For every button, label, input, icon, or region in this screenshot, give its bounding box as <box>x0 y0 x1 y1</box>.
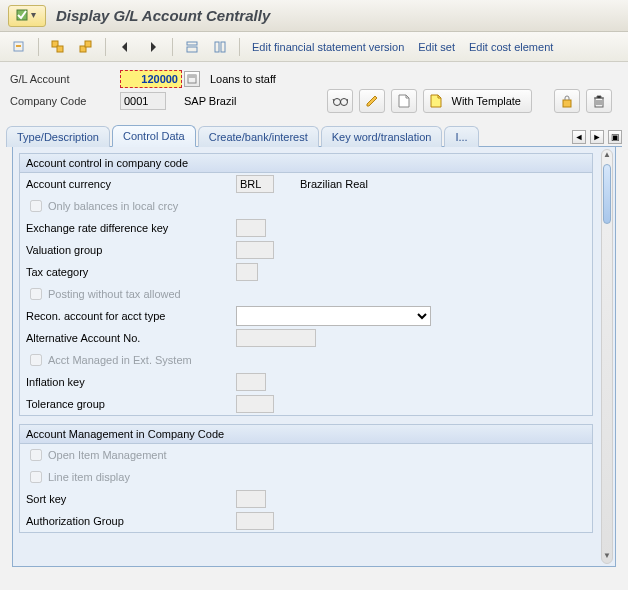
exch-rate-input[interactable] <box>236 219 266 237</box>
only-balances-label: Only balances in local crcy <box>48 200 178 212</box>
gl-account-input[interactable] <box>120 70 182 88</box>
header: G/L Account Loans to staff Company Code … <box>0 62 628 116</box>
gl-account-label: G/L Account <box>10 73 120 85</box>
tab-key-word-translation[interactable]: Key word/translation <box>321 126 443 147</box>
svg-point-13 <box>340 99 347 106</box>
edit-fsv-button[interactable]: Edit financial statement version <box>248 39 408 55</box>
group-title: Account Management in Company Code <box>20 425 592 444</box>
svg-rect-6 <box>187 42 197 45</box>
currency-input[interactable] <box>236 175 274 193</box>
line-item-checkbox <box>30 471 42 483</box>
tab-create-bank-interest[interactable]: Create/bank/interest <box>198 126 319 147</box>
tab-control-data[interactable]: Control Data <box>112 125 196 147</box>
sort-key-input[interactable] <box>236 490 266 508</box>
svg-rect-7 <box>187 47 197 52</box>
tab-scroll-left[interactable]: ◄ <box>572 130 586 144</box>
with-template-button[interactable]: With Template <box>423 89 533 113</box>
company-code-input[interactable] <box>120 92 166 110</box>
scroll-down-icon[interactable]: ▼ <box>602 551 612 563</box>
menu-button[interactable] <box>8 5 46 27</box>
tree-collapse-icon[interactable] <box>47 37 69 57</box>
with-template-label: With Template <box>452 95 522 107</box>
alt-acct-input[interactable] <box>236 329 316 347</box>
svg-rect-11 <box>188 75 196 78</box>
company-code-label: Company Code <box>10 95 120 107</box>
tree-expand-icon[interactable] <box>75 37 97 57</box>
create-button[interactable] <box>391 89 417 113</box>
scrollbar[interactable]: ▲ ▼ <box>601 149 613 564</box>
choose-icon[interactable] <box>8 37 30 57</box>
lock-icon <box>561 94 573 108</box>
posting-wo-tax-label: Posting without tax allowed <box>48 288 181 300</box>
valuation-label: Valuation group <box>26 244 236 256</box>
menu-icon <box>16 9 38 23</box>
pencil-icon <box>365 94 379 108</box>
svg-rect-8 <box>215 42 219 52</box>
gl-account-search-help[interactable] <box>184 71 200 87</box>
recon-select[interactable] <box>236 306 431 326</box>
ext-system-checkbox <box>30 354 42 366</box>
edit-cost-element-button[interactable]: Edit cost element <box>465 39 557 55</box>
inflation-input[interactable] <box>236 373 266 391</box>
only-balances-checkbox <box>30 200 42 212</box>
inflation-label: Inflation key <box>26 376 236 388</box>
line-item-label: Line item display <box>48 471 130 483</box>
page-title: Display G/L Account Centrally <box>56 7 270 24</box>
search-help-icon <box>187 74 197 84</box>
posting-wo-tax-checkbox <box>30 288 42 300</box>
currency-label: Account currency <box>26 178 236 190</box>
svg-rect-5 <box>85 41 91 47</box>
tab-more[interactable]: I... <box>444 126 478 147</box>
svg-rect-9 <box>221 42 225 52</box>
change-button[interactable] <box>359 89 385 113</box>
tabstrip: Type/Description Control Data Create/ban… <box>6 124 622 147</box>
exch-rate-label: Exchange rate difference key <box>26 222 236 234</box>
lock-button[interactable] <box>554 89 580 113</box>
edit-set-button[interactable]: Edit set <box>414 39 459 55</box>
recon-label: Recon. account for acct type <box>26 310 236 322</box>
tolerance-label: Tolerance group <box>26 398 236 410</box>
tax-cat-label: Tax category <box>26 266 236 278</box>
glasses-icon <box>332 94 348 108</box>
template-icon <box>430 94 444 108</box>
auth-group-label: Authorization Group <box>26 515 236 527</box>
delete-button[interactable] <box>586 89 612 113</box>
tab-list-button[interactable]: ▣ <box>608 130 622 144</box>
trash-icon <box>593 94 605 108</box>
group-account-management: Account Management in Company Code Open … <box>19 424 593 533</box>
open-item-label: Open Item Management <box>48 449 167 461</box>
scroll-thumb[interactable] <box>603 164 611 224</box>
auth-group-input[interactable] <box>236 512 274 530</box>
group-account-control: Account control in company code Account … <box>19 153 593 416</box>
tab-panel: ▲ ▼ Account control in company code Acco… <box>12 147 616 567</box>
document-icon <box>398 94 410 108</box>
sort-key-label: Sort key <box>26 493 236 505</box>
open-item-checkbox <box>30 449 42 461</box>
alt-acct-label: Alternative Account No. <box>26 332 236 344</box>
svg-point-12 <box>333 99 340 106</box>
company-code-desc: SAP Brazil <box>184 95 236 107</box>
svg-rect-14 <box>563 100 571 107</box>
valuation-input[interactable] <box>236 241 274 259</box>
tolerance-input[interactable] <box>236 395 274 413</box>
toolbar: Edit financial statement version Edit se… <box>0 32 628 62</box>
tab-type-description[interactable]: Type/Description <box>6 126 110 147</box>
svg-rect-3 <box>57 46 63 52</box>
tab-scroll-right[interactable]: ► <box>590 130 604 144</box>
next-arrow-icon[interactable] <box>142 37 164 57</box>
columns-icon[interactable] <box>209 37 231 57</box>
layout-icon[interactable] <box>181 37 203 57</box>
currency-desc: Brazilian Real <box>300 178 368 190</box>
ext-system-label: Acct Managed in Ext. System <box>48 354 192 366</box>
tax-cat-input[interactable] <box>236 263 258 281</box>
group-title: Account control in company code <box>20 154 592 173</box>
scroll-up-icon[interactable]: ▲ <box>602 150 612 162</box>
title-bar: Display G/L Account Centrally <box>0 0 628 32</box>
display-button[interactable] <box>327 89 353 113</box>
prev-arrow-icon[interactable] <box>114 37 136 57</box>
gl-account-desc: Loans to staff <box>210 73 276 85</box>
